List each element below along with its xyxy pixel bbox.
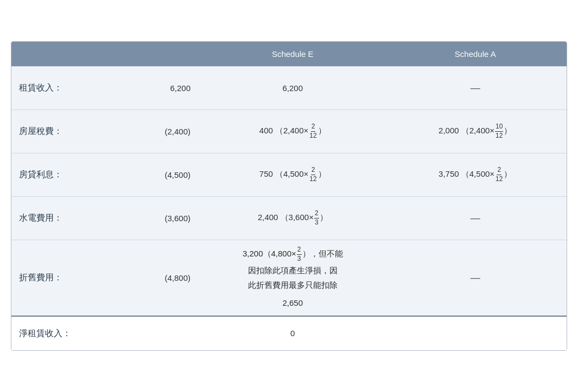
table-header: Schedule E Schedule A (11, 42, 567, 66)
amount-property-tax: (2,400) (120, 118, 201, 145)
amount-utilities: (3,600) (120, 205, 201, 232)
schedule-e-depreciation: 3,200（4,800×23），但不能 因扣除此項產生淨損，因 此折舊費用最多只… (201, 240, 384, 316)
fraction-2-3-e-util: 23 (314, 209, 319, 227)
header-col2 (120, 42, 201, 66)
schedule-a-utilities: — (384, 201, 567, 235)
footer-row: 淨租賃收入： 0 (11, 316, 567, 350)
row-utilities: 水電費用： (3,600) 2,400 （3,600×23） — (11, 196, 567, 240)
row-rental-income: 租賃收入： 6,200 6,200 — (11, 66, 567, 110)
depreciation-line3: 因扣除此項產生淨損，因 (206, 263, 380, 278)
depreciation-final-amount: 2,650 (206, 295, 380, 310)
fraction-2-12-e-tax: 212 (309, 123, 317, 140)
header-col1 (11, 42, 120, 66)
schedule-a-property-tax: 2,000 （2,400×1012） (384, 114, 567, 149)
schedule-e-utilities: 2,400 （3,600×23） (201, 201, 384, 235)
label-property-tax: 房屋稅費： (11, 117, 120, 146)
label-mortgage-interest: 房貸利息： (11, 160, 120, 189)
header-schedule-a: Schedule A (384, 42, 567, 66)
label-depreciation: 折舊費用： (11, 264, 120, 292)
schedule-e-rental-income: 6,200 (201, 73, 384, 104)
depreciation-line4: 此折舊費用最多只能扣除 (206, 278, 380, 292)
fraction-10-12-a-tax: 1012 (495, 123, 503, 140)
footer-schedule-e: 0 (201, 318, 384, 349)
amount-depreciation: (4,800) (120, 265, 201, 291)
header-schedule-e: Schedule E (201, 42, 384, 66)
fraction-2-12-a-mort: 212 (495, 166, 503, 183)
label-net-rental: 淨租賃收入： (11, 319, 201, 348)
footer-schedule-a (384, 325, 567, 342)
amount-rental-income: 6,200 (120, 75, 201, 101)
row-mortgage-interest: 房貸利息： (4,500) 750 （4,500×212） 3,750 （4,5… (11, 153, 567, 196)
schedule-e-property-tax: 400 （2,400×212） (201, 114, 384, 149)
fraction-2-12-e-mort: 212 (309, 166, 317, 183)
depreciation-line1: 3,200（4,800×23），但不能 (206, 246, 380, 263)
schedule-a-depreciation: — (384, 261, 567, 295)
row-property-tax: 房屋稅費： (2,400) 400 （2,400×212） 2,000 （2,4… (11, 110, 567, 153)
label-rental-income: 租賃收入： (11, 74, 120, 102)
schedule-e-mortgage: 750 （4,500×212） (201, 157, 384, 192)
label-utilities: 水電費用： (11, 204, 120, 233)
schedule-a-mortgage: 3,750 （4,500×212） (384, 157, 567, 192)
row-depreciation: 折舊費用： (4,800) 3,200（4,800×23），但不能 因扣除此項產… (11, 240, 567, 316)
schedule-a-rental-income: — (384, 71, 567, 105)
main-table: Schedule E Schedule A 租賃收入： 6,200 6,200 … (11, 41, 567, 351)
fraction-2-3-depreciation: 23 (297, 246, 302, 263)
amount-mortgage-interest: (4,500) (120, 162, 201, 188)
